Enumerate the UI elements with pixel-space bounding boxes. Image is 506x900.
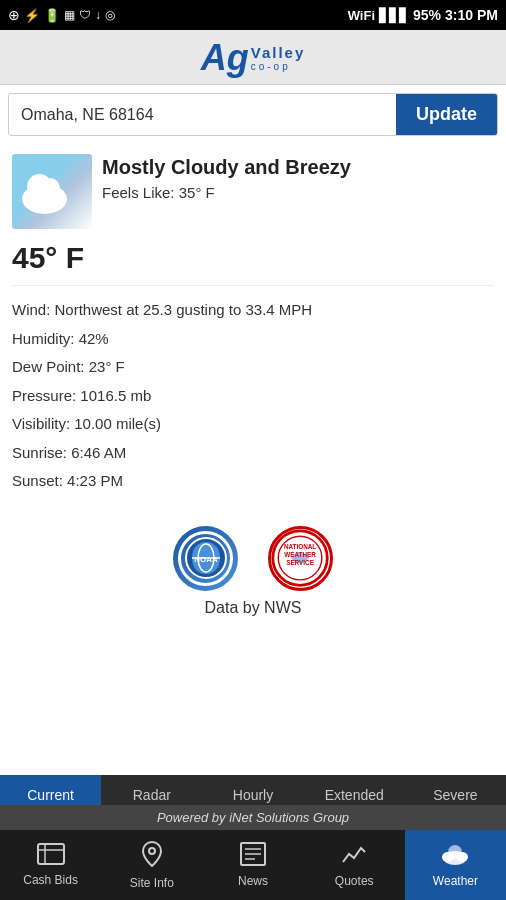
shield-icon: 🛡 [79, 8, 91, 22]
weather-title-block: Mostly Cloudy and Breezy Feels Like: 35°… [102, 154, 494, 201]
search-bar: Update [8, 93, 498, 136]
svg-point-12 [149, 848, 155, 854]
battery-percent: 95% [413, 7, 441, 23]
humidity-detail: Humidity: 42% [12, 325, 494, 354]
dew-point-detail: Dew Point: 23° F [12, 353, 494, 382]
weather-top: Mostly Cloudy and Breezy Feels Like: 35°… [12, 154, 494, 229]
nav-site-info[interactable]: Site Info [101, 830, 202, 900]
status-right: WiFi ▋▋▋ 95% 3:10 PM [348, 7, 498, 23]
signal-icon: ▋▋▋ [379, 8, 409, 23]
noaa-logo: NOAA [173, 526, 238, 591]
svg-point-20 [456, 852, 468, 862]
news-icon [240, 842, 266, 870]
weather-image [12, 154, 92, 229]
logo-right: Valley co-op [251, 44, 306, 72]
app-logo: Ag Valley co-op [201, 40, 306, 76]
logo-ag: Ag [201, 40, 249, 76]
time-display: 3:10 PM [445, 7, 498, 23]
weather-content: Mostly Cloudy and Breezy Feels Like: 35°… [0, 144, 506, 637]
status-icons-left: ⊕ ⚡ 🔋 ▦ 🛡 ↓ ◎ [8, 7, 115, 23]
visibility-detail: Visibility: 10.00 mile(s) [12, 410, 494, 439]
logo-coop: co-op [251, 61, 306, 72]
brightness-icon: ◎ [105, 8, 115, 22]
weather-label: Weather [433, 874, 478, 888]
voicemail-icon: ▦ [64, 8, 75, 22]
weather-condition: Mostly Cloudy and Breezy [102, 154, 494, 180]
temperature-display: 45° F [12, 241, 494, 275]
pressure-detail: Pressure: 1016.5 mb [12, 382, 494, 411]
nav-weather[interactable]: Weather [405, 830, 506, 900]
svg-point-19 [442, 852, 454, 862]
wifi-icon: WiFi [348, 8, 375, 23]
quotes-icon [341, 842, 367, 870]
nws-logos: NOAA NATIONAL WEATHER SERVICE [173, 526, 333, 591]
weather-icon [440, 842, 470, 870]
logo-valley: Valley [251, 44, 306, 61]
nws-svg: NATIONAL WEATHER SERVICE [271, 526, 330, 591]
cash-bids-label: Cash Bids [23, 873, 78, 887]
download-icon: ↓ [95, 8, 101, 22]
noaa-svg: NOAA [184, 536, 228, 580]
svg-text:NATIONAL: NATIONAL [284, 542, 316, 549]
location-input[interactable] [9, 94, 396, 135]
wind-detail: Wind: Northwest at 25.3 gusting to 33.4 … [12, 296, 494, 325]
feels-like: Feels Like: 35° F [102, 184, 494, 201]
data-by-nws-label: Data by NWS [205, 599, 302, 617]
sunset-detail: Sunset: 4:23 PM [12, 467, 494, 496]
quotes-label: Quotes [335, 874, 374, 888]
nav-news[interactable]: News [202, 830, 303, 900]
add-icon: ⊕ [8, 7, 20, 23]
site-info-label: Site Info [130, 876, 174, 890]
nws-badge: NATIONAL WEATHER SERVICE [268, 526, 333, 591]
svg-rect-9 [38, 844, 64, 864]
sunrise-detail: Sunrise: 6:46 AM [12, 439, 494, 468]
weather-details: Wind: Northwest at 25.3 gusting to 33.4 … [12, 285, 494, 496]
svg-text:NOAA: NOAA [194, 555, 218, 564]
news-label: News [238, 874, 268, 888]
nav-cash-bids[interactable]: Cash Bids [0, 830, 101, 900]
status-bar: ⊕ ⚡ 🔋 ▦ 🛡 ↓ ◎ WiFi ▋▋▋ 95% 3:10 PM [0, 0, 506, 30]
nws-section: NOAA NATIONAL WEATHER SERVICE Data by NW… [12, 516, 494, 627]
powered-by-label: Powered by iNet Solutions Group [0, 805, 506, 830]
battery-saver-icon: 🔋 [44, 8, 60, 23]
bottom-nav: Cash Bids Site Info News Quotes [0, 830, 506, 900]
usb-icon: ⚡ [24, 8, 40, 23]
site-info-icon [141, 840, 163, 872]
app-header: Ag Valley co-op [0, 30, 506, 85]
update-button[interactable]: Update [396, 94, 497, 135]
cash-bids-icon [37, 843, 65, 869]
nav-quotes[interactable]: Quotes [304, 830, 405, 900]
cloud-graphic [22, 184, 67, 214]
